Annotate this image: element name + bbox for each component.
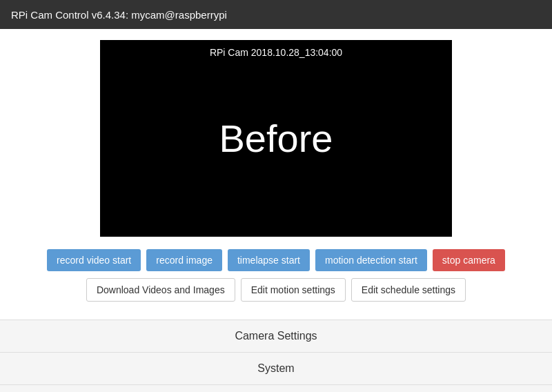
app-title: RPi Cam Control v6.4.34: mycam@raspberry… bbox=[11, 9, 227, 21]
camera-timestamp: RPi Cam 2018.10.28_13:04:00 bbox=[100, 47, 452, 58]
camera-preview-text: Before bbox=[219, 116, 333, 161]
edit-schedule-settings-button[interactable]: Edit schedule settings bbox=[351, 278, 466, 302]
download-videos-button[interactable]: Download Videos and Images bbox=[86, 278, 235, 302]
main-content: RPi Cam 2018.10.28_13:04:00 Before recor… bbox=[0, 29, 552, 320]
stop-camera-button[interactable]: stop camera bbox=[433, 249, 505, 271]
camera-settings-accordion-item: Camera Settings bbox=[0, 320, 552, 353]
accordion-section: Camera Settings System bbox=[0, 320, 552, 385]
timelapse-start-button[interactable]: timelapse start bbox=[228, 249, 310, 271]
app-header: RPi Cam Control v6.4.34: mycam@raspberry… bbox=[0, 0, 552, 29]
secondary-controls-row: Download Videos and Images Edit motion s… bbox=[86, 278, 466, 302]
edit-motion-settings-button[interactable]: Edit motion settings bbox=[241, 278, 346, 302]
system-accordion-item: System bbox=[0, 353, 552, 385]
camera-view: RPi Cam 2018.10.28_13:04:00 Before bbox=[100, 40, 452, 237]
motion-detection-start-button[interactable]: motion detection start bbox=[315, 249, 427, 271]
record-image-button[interactable]: record image bbox=[146, 249, 222, 271]
record-video-start-button[interactable]: record video start bbox=[47, 249, 141, 271]
camera-settings-accordion-header[interactable]: Camera Settings bbox=[0, 320, 552, 352]
primary-controls-row: record video start record image timelaps… bbox=[47, 249, 505, 271]
system-accordion-header[interactable]: System bbox=[0, 353, 552, 384]
